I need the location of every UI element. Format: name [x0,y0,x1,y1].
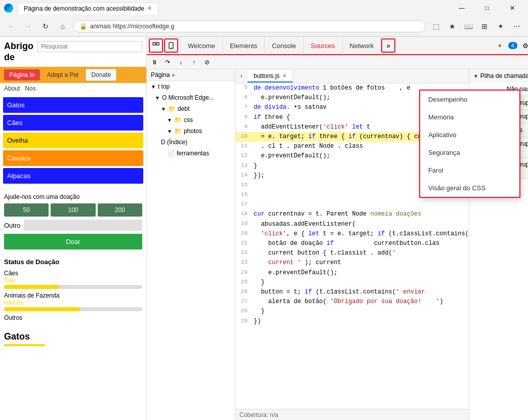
devtools-toolbar-icons [149,38,178,53]
pause-script-button[interactable]: ⏸ [149,57,160,68]
notifications-badge: 4 [508,42,517,49]
tree-item-edge[interactable]: ▼ O Microsoft Edge... [147,92,235,103]
code-tab-label: buttons.js [254,72,279,79]
dropdown-lighthouse[interactable]: Farol [420,161,519,179]
tree-arrow-photos: ▼ [167,129,172,134]
tree-item-photos[interactable]: ▼ 📁 photos [147,125,235,137]
svg-point-3 [171,47,172,48]
tab-sources[interactable]: Sources [304,36,343,55]
site-nav-pagina[interactable]: Página In [4,69,40,80]
deactivate-breakpoints-button[interactable]: ⊘ [201,57,213,68]
tab-network[interactable]: Network [343,36,382,55]
line-num-29: 29 [235,317,252,326]
donation-other-input[interactable] [24,220,142,231]
line-num-15: 15 [235,181,252,190]
tab-close-icon[interactable]: ✕ [147,5,152,12]
new-tab-icon[interactable]: ＋ [493,38,507,53]
browser-tab[interactable]: Página de demonstração com acessibilidad… [17,3,158,14]
line-num-26: 26 [235,287,252,297]
back-button[interactable]: ← [4,19,18,33]
line-num-9: 9 [235,122,252,132]
donation-100-button[interactable]: 100 [51,203,95,217]
animal-btn-alpacas[interactable]: Alpacas [3,168,143,184]
tree-row-index[interactable]: D (Índice) [147,138,235,147]
tree-item-css[interactable]: ▼ 📁 css [147,114,235,125]
status-outros-label: Outros [4,314,22,321]
window-controls: — □ ✕ [450,0,524,16]
folder-icon-debt: 📁 [168,105,176,112]
donation-other: Outro [4,220,142,231]
tab-welcome[interactable]: Welcome [181,36,223,55]
code-tab-buttons-js[interactable]: buttons.js ✕ [248,70,293,82]
split-screen-icon[interactable]: ⊞ [477,19,492,33]
tree-item-debt[interactable]: ▼ 📁 debt [147,103,235,114]
maximize-button[interactable]: □ [475,0,499,16]
tab-console[interactable]: Console [265,36,304,55]
site-nav-donate[interactable]: Donate [86,69,116,81]
step-out-button[interactable]: ↑ [188,57,199,68]
copilot-icon[interactable]: ✦ [494,19,508,33]
animals-title-underline [4,344,45,346]
code-tab-prev-button[interactable]: ‹ [235,69,248,83]
status-farm-label: Animais de Fazenda [4,292,59,299]
tree-row-top[interactable]: ▼ t top [147,82,235,91]
collections-icon[interactable]: 📖 [461,19,475,33]
favorites-icon[interactable]: ★ [445,19,459,33]
tree-row-ferramentas[interactable]: 📄 ferramentas [147,149,235,158]
tree-row-photos[interactable]: ▼ 📁 photos [147,127,235,136]
dropdown-css-overview[interactable]: Visão geral do CSS [420,179,519,197]
step-over-button[interactable]: ↷ [162,57,173,68]
site-nav-adopt[interactable]: Adopt a Pet [42,69,84,80]
line-num-17: 17 [235,200,252,209]
tab-elements[interactable]: Elements [223,36,265,55]
tree-item-ferramentas[interactable]: 📄 ferramentas [147,148,235,159]
animals-section: Gatos [0,327,146,350]
line-num-21: 21 [235,239,252,248]
file-tree-expand-icon[interactable]: » [172,72,175,78]
donation-200-button[interactable]: 200 [98,203,142,217]
tree-arrow-debt: ▼ [161,106,166,112]
dropdown-application[interactable]: Aplicativo [420,126,519,144]
home-button[interactable]: ⌂ [56,19,70,33]
donation-title: Ajude-nos com uma doação [4,193,142,200]
call-stack-header[interactable]: ▼ Pilha de chamadas [469,69,528,82]
tree-label-top: t top [158,83,170,90]
dropdown-performance[interactable]: Desempenho [420,91,519,108]
forward-button[interactable]: → [21,19,35,33]
close-window-button[interactable]: ✕ [501,0,524,16]
dropdown-memory[interactable]: Memória [420,108,519,126]
code-footer: Cobertura: n/a [235,409,469,420]
donate-now-button[interactable]: Doar [4,234,142,249]
settings-icon[interactable]: ⚙ [518,38,528,53]
animal-btn-cavalos[interactable]: Cavalos [3,150,143,166]
animal-btn-ovelha[interactable]: Ovelha [3,133,143,148]
site-search [37,41,142,52]
file-tree-header: Página » [147,69,235,81]
tree-row-css[interactable]: ▼ 📁 css [147,115,235,124]
animal-btn-caes[interactable]: Cães [3,115,143,131]
tree-row-edge[interactable]: ▼ O Microsoft Edge... [147,93,235,102]
search-input[interactable] [37,41,142,52]
address-bar[interactable]: 🔒 animais https://microsoftedge.g [73,20,426,32]
device-toolbar-button[interactable] [164,38,178,53]
line-num-18: 18 [235,209,252,219]
browser-more-icon[interactable]: ⋯ [510,19,524,33]
tree-item-index[interactable]: D (Índice) [147,137,235,148]
step-into-button[interactable]: ↓ [175,57,186,68]
donation-50-button[interactable]: 50 [4,203,49,217]
animal-btn-gatos[interactable]: Gatos [3,97,143,113]
tab-search-icon[interactable]: ⬚ [429,19,443,33]
minimize-button[interactable]: — [450,0,473,16]
inspect-element-button[interactable] [149,38,163,53]
line-num-16: 16 [235,190,252,200]
call-stack-title: Pilha de chamadas [480,72,528,79]
tree-item-top[interactable]: ▼ t top [147,81,235,92]
tree-row-debt[interactable]: ▼ 📁 debt [147,104,235,113]
devtools-more-tabs-button[interactable]: » [381,38,395,53]
line-num-14: 14 [235,171,252,181]
code-tab-close-icon[interactable]: ✕ [282,73,287,78]
line-code-26: button = t; if (t.c1assList.contains(' e… [252,287,469,297]
line-num-20: 20 [235,229,252,239]
dropdown-security[interactable]: Segurança [420,144,519,161]
refresh-button[interactable]: ↻ [38,19,53,33]
